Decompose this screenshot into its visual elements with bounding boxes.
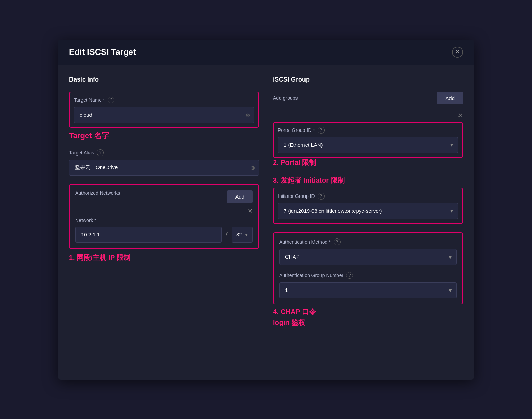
group-dismiss-icon[interactable]: ✕ bbox=[458, 111, 463, 119]
network-row: / 32 ▼ bbox=[75, 227, 253, 243]
auth-annotations: 4. CHAP 口令 login 鉴权 bbox=[273, 307, 463, 327]
target-name-highlighted-box: Target Name * ? ⊗ bbox=[69, 92, 259, 128]
annotation-initiator: 3. 发起者 Initiator 限制 bbox=[273, 176, 463, 185]
modal-title: Edit ISCSI Target bbox=[69, 47, 136, 57]
cidr-wrapper: 32 ▼ bbox=[232, 227, 253, 243]
iscsi-group-title: iSCSI Group bbox=[273, 76, 463, 83]
auth-group-number-help-icon[interactable]: ? bbox=[346, 272, 353, 279]
group-dismiss-row: ✕ bbox=[273, 111, 463, 119]
target-name-clear-icon[interactable]: ⊗ bbox=[246, 111, 250, 118]
authorized-networks-add-button[interactable]: Add bbox=[227, 190, 253, 203]
modal-body: Basic Info Target Name * ? ⊗ Target 名字 bbox=[58, 65, 474, 347]
auth-highlighted-box: Authentication Method * ? CHAP ▼ Authent… bbox=[273, 232, 463, 304]
target-alias-help-icon[interactable]: ? bbox=[97, 149, 104, 156]
initiator-group-help-icon[interactable]: ? bbox=[318, 193, 325, 200]
initiator-group-highlighted-box: Initiator Group ID ? 7 (iqn.2019-08.cn.l… bbox=[273, 188, 463, 224]
network-header: Authorized Networks Add bbox=[75, 190, 253, 203]
auth-method-select[interactable]: CHAP bbox=[279, 249, 457, 265]
auth-group-number-container: Authentication Group Number ? 1 ▼ bbox=[279, 272, 457, 298]
add-groups-add-button[interactable]: Add bbox=[437, 92, 463, 104]
portal-group-select-wrapper: 1 (Ethernet LAN) ▼ bbox=[278, 137, 458, 153]
slash-divider: / bbox=[226, 231, 228, 238]
auth-method-help-icon[interactable]: ? bbox=[334, 238, 341, 245]
add-groups-label: Add groups bbox=[273, 95, 298, 101]
auth-method-label: Authentication Method * ? bbox=[279, 238, 457, 245]
target-name-label: Target Name * ? bbox=[74, 97, 254, 103]
portal-group-help-icon[interactable]: ? bbox=[318, 127, 325, 134]
modal-header: Edit ISCSI Target × bbox=[58, 40, 474, 65]
network-ip-input[interactable] bbox=[75, 227, 222, 243]
network-dismiss-row: ✕ bbox=[75, 207, 253, 215]
close-button[interactable]: × bbox=[452, 47, 463, 58]
annotation-chap: 4. CHAP 口令 bbox=[273, 307, 463, 317]
auth-group: Authentication Method * ? CHAP ▼ Authent… bbox=[273, 232, 463, 327]
basic-info-title: Basic Info bbox=[69, 76, 259, 83]
portal-group-label: Portal Group ID * ? bbox=[278, 127, 458, 134]
target-name-help-icon[interactable]: ? bbox=[108, 97, 114, 103]
auth-method-select-wrapper: CHAP ▼ bbox=[279, 249, 457, 265]
annotation-portal: 2. Portal 限制 bbox=[273, 158, 463, 167]
edit-iscsi-target-modal: Edit ISCSI Target × Basic Info Target Na… bbox=[58, 40, 474, 380]
initiator-group-label: Initiator Group ID ? bbox=[278, 193, 458, 200]
authorized-networks-box: Authorized Networks Add ✕ Network * / bbox=[69, 184, 259, 249]
portal-group-select[interactable]: 1 (Ethernet LAN) bbox=[278, 137, 458, 153]
initiator-group-id-group: Initiator Group ID ? 7 (iqn.2019-08.cn.l… bbox=[273, 188, 463, 224]
target-alias-clear-icon[interactable]: ⊗ bbox=[250, 164, 255, 171]
auth-group-number-select[interactable]: 1 bbox=[279, 282, 457, 298]
authorized-networks-group: Authorized Networks Add ✕ Network * / bbox=[69, 184, 259, 262]
annotation-target-name: Target 名字 bbox=[69, 131, 259, 141]
target-name-group: Target Name * ? ⊗ Target 名字 bbox=[69, 92, 259, 141]
auth-group-number-label: Authentication Group Number ? bbox=[279, 272, 457, 279]
auth-group-number-select-wrapper: 1 ▼ bbox=[279, 282, 457, 298]
network-dismiss-icon[interactable]: ✕ bbox=[248, 207, 253, 215]
authorized-networks-label: Authorized Networks bbox=[75, 190, 120, 196]
portal-group-id-group: Portal Group ID * ? 1 (Ethernet LAN) ▼ 2… bbox=[273, 122, 463, 167]
initiator-group-select-wrapper: 7 (iqn.2019-08.cn.littlenewton:epyc-serv… bbox=[278, 203, 458, 219]
add-groups-row: Add groups Add bbox=[273, 92, 463, 104]
initiator-group-select[interactable]: 7 (iqn.2019-08.cn.littlenewton:epyc-serv… bbox=[278, 203, 458, 219]
target-alias-input-wrapper: ⊗ bbox=[69, 160, 259, 176]
basic-info-section: Basic Info Target Name * ? ⊗ Target 名字 bbox=[69, 76, 259, 336]
target-alias-group: Target Alias ? ⊗ bbox=[69, 149, 259, 176]
target-alias-label: Target Alias ? bbox=[69, 149, 259, 156]
target-name-input[interactable] bbox=[74, 107, 254, 123]
portal-group-highlighted-box: Portal Group ID * ? 1 (Ethernet LAN) ▼ bbox=[273, 122, 463, 158]
annotation-login: login 鉴权 bbox=[273, 318, 463, 327]
cidr-select[interactable]: 32 bbox=[232, 227, 253, 243]
target-name-input-wrapper: ⊗ bbox=[74, 107, 254, 123]
target-alias-input[interactable] bbox=[69, 160, 259, 176]
annotation-ip-restriction: 1. 网段/主机 IP 限制 bbox=[69, 253, 259, 262]
iscsi-group-section: iSCSI Group Add groups Add ✕ Portal Grou… bbox=[273, 76, 463, 336]
network-field-label: Network * bbox=[75, 218, 253, 223]
